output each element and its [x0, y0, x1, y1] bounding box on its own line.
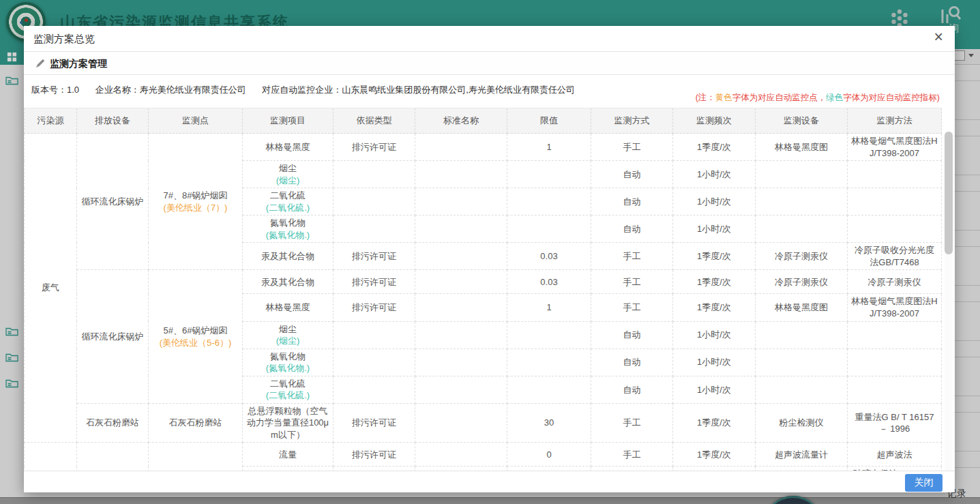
- col-method: 监测方法: [848, 108, 942, 134]
- cell-method: [848, 188, 942, 216]
- cell-limit: [507, 321, 591, 349]
- close-button[interactable]: 关闭: [905, 474, 942, 492]
- section-title: 监测方案管理: [50, 58, 107, 70]
- cell-standard: [415, 376, 507, 403]
- col-pollutant: 污染源: [25, 108, 77, 134]
- point-cell: 石灰石粉磨站: [149, 403, 243, 443]
- cell-item: 汞及其化合物: [243, 270, 333, 294]
- cell-frequency: 1季度/次: [673, 294, 756, 321]
- cell-mode: 自动: [591, 188, 673, 216]
- cell-frequency: 1季度/次: [673, 403, 756, 443]
- cell-basis: 排污许可证: [333, 443, 415, 466]
- pen-icon: [35, 58, 46, 72]
- cell-basis: [333, 188, 415, 216]
- cell-method: 超声波法: [848, 443, 942, 466]
- modal-footer: 关闭: [24, 471, 955, 492]
- modal-header: 监测方案总览 ×: [24, 26, 955, 52]
- cell-basis: [333, 321, 415, 349]
- equipment-cell: 石灰石粉磨站: [77, 403, 149, 443]
- cell-basis: 排污许可证: [333, 403, 415, 443]
- cell-limit: 0: [507, 443, 591, 466]
- cell-basis: 排污许可证: [333, 270, 415, 294]
- cell-frequency: 1小时/次: [673, 376, 756, 403]
- cell-mode: 手工: [591, 270, 673, 294]
- item-auto-note: (氮氧化物.): [246, 362, 329, 374]
- color-legend-note: (注：黄色字体为对应自动监控点，绿色字体为对应自动监控指标): [696, 92, 940, 104]
- pollutant-cell: [25, 443, 77, 471]
- monitoring-plan-modal: 监测方案总览 × 监测方案管理 版本号：1.0 企业名称：寿光美伦纸业有限责任公…: [24, 26, 955, 492]
- cell-standard: [415, 188, 507, 216]
- version-value: 1.0: [67, 85, 79, 95]
- cell-device: 林格曼黑度图: [756, 134, 848, 161]
- cell-standard: [415, 403, 507, 443]
- cell-basis: [333, 376, 415, 403]
- cell-frequency: 1季度/次: [673, 443, 756, 466]
- point-cell: 7#、8#锅炉烟囱(美伦纸业（7）): [149, 134, 243, 270]
- cell-method: 林格曼烟气黑度图法HJ/T398-2007: [848, 134, 942, 161]
- col-standard: 标准名称: [415, 108, 507, 134]
- cell-item: 氮氧化物(氮氧化物.): [243, 349, 333, 376]
- cell-frequency: 1小时/次: [673, 188, 756, 216]
- cell-frequency: 1小时/次: [673, 216, 756, 243]
- table-row: 石灰石粉磨站 石灰石粉磨站 总悬浮颗粒物（空气动力学当量直径100μm以下） 排…: [25, 403, 942, 443]
- equipment-cell: 循环流化床锅炉: [77, 270, 149, 403]
- col-item: 监测项目: [243, 108, 333, 134]
- point-auto-note: (美伦纸业（7）): [152, 202, 239, 214]
- point-name: 7#、8#锅炉烟囱: [152, 190, 239, 202]
- section-bar: 监测方案管理: [24, 52, 955, 75]
- cell-frequency: 1季度/次: [673, 270, 756, 294]
- cell-limit: [507, 349, 591, 376]
- cell-standard: [415, 134, 507, 161]
- cell-device: 超声波流量计: [756, 443, 848, 466]
- cell-mode: 手工: [591, 134, 673, 161]
- auto-company-label: 对应自动监控企业：: [262, 85, 342, 95]
- cell-frequency: 1季度/次: [673, 243, 756, 270]
- cell-mode: 手工: [591, 443, 673, 466]
- item-auto-note: (氮氧化物.): [246, 229, 329, 241]
- col-limit: 限值: [507, 108, 591, 134]
- cell-mode: 自动: [591, 349, 673, 376]
- pollutant-cell: 废气: [25, 134, 77, 443]
- cell-basis: 排污许可证: [333, 134, 415, 161]
- close-icon[interactable]: ×: [934, 29, 943, 45]
- cell-limit: 0.03: [507, 270, 591, 294]
- auto-company-value: 山东晨鸣纸业集团股份有限公司,寿光美伦纸业有限责任公司: [342, 85, 575, 95]
- cell-device: 冷原子测汞仪: [756, 270, 848, 294]
- cell-frequency: 1小时/次: [673, 349, 756, 376]
- note-yellow: 黄色: [715, 93, 732, 102]
- cell-standard: [415, 443, 507, 466]
- cell-basis: [333, 216, 415, 243]
- cell-device: 粉尘检测仪: [756, 403, 848, 443]
- point-cell: 5#、6#锅炉烟囱(美伦纸业（5-6）): [149, 270, 243, 403]
- cell-mode: 手工: [591, 294, 673, 321]
- cell-item: 二氧化硫(二氧化硫.): [243, 188, 333, 216]
- cell-basis: 排污许可证: [333, 294, 415, 321]
- cell-limit: 1: [507, 294, 591, 321]
- cell-item: 汞及其化合物: [243, 243, 333, 270]
- cell-item: 总悬浮颗粒物（空气动力学当量直径100μm以下）: [243, 403, 333, 443]
- cell-method: [848, 216, 942, 243]
- cell-item: 林格曼黑度: [243, 294, 333, 321]
- scrollbar-thumb[interactable]: [945, 132, 953, 254]
- cell-item: 林格曼黑度: [243, 134, 333, 161]
- cell-limit: 1: [507, 134, 591, 161]
- col-mode: 监测方式: [591, 108, 673, 134]
- cell-device: [756, 321, 848, 349]
- cell-method: 重量法G B/ T 16157 － 1996: [848, 403, 942, 443]
- cell-method: [848, 161, 942, 188]
- cell-limit: 30: [507, 403, 591, 443]
- note-green: 绿色: [826, 93, 843, 102]
- cell-frequency: 1小时/次: [673, 321, 756, 349]
- cell-standard: [415, 243, 507, 270]
- company-label: 企业名称：: [95, 85, 140, 95]
- modal-title: 监测方案总览: [33, 33, 95, 46]
- cell-standard: [415, 270, 507, 294]
- cell-limit: [507, 216, 591, 243]
- modal-scrollbar: [945, 132, 953, 471]
- cell-limit: 0.03: [507, 243, 591, 270]
- version-label: 版本号：: [31, 85, 67, 95]
- cell-method: [848, 349, 942, 376]
- cell-basis: [333, 161, 415, 188]
- company-value: 寿光美伦纸业有限责任公司: [140, 85, 246, 95]
- cell-basis: 排污许可证: [333, 243, 415, 270]
